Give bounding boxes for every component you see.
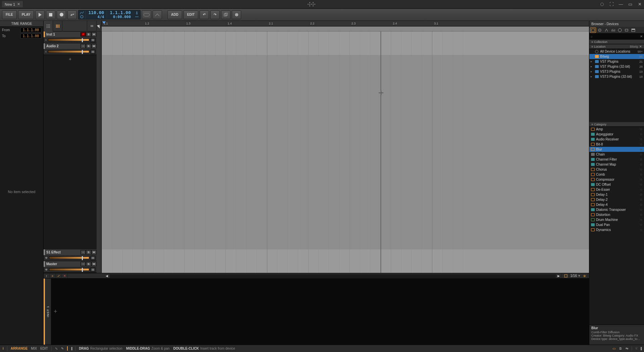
to-value[interactable]: 1.1.1.00 <box>20 34 41 39</box>
scroll-right[interactable]: ▶ <box>556 273 562 279</box>
location-row[interactable]: All Device Locations99+ <box>589 49 644 54</box>
play-button[interactable] <box>35 10 45 19</box>
sb-icon-4[interactable]: ||| <box>71 347 72 350</box>
category-row[interactable]: DC Offset☆ <box>589 182 644 187</box>
info-icon[interactable]: i <box>3 347 4 350</box>
position-bars[interactable]: 1.1.1.00 <box>110 10 131 15</box>
browser-tab-samples[interactable] <box>603 27 609 33</box>
zoom-toggle[interactable]: ⊕ <box>582 273 588 279</box>
category-row[interactable]: Blur★ <box>589 147 644 152</box>
volume-slider[interactable] <box>48 39 89 41</box>
project-tab[interactable]: New 1 ✕ <box>2 1 23 7</box>
category-row[interactable]: Drum Machine☆ <box>589 217 644 222</box>
arranger-view-toggle[interactable] <box>53 21 62 32</box>
sb-r-4[interactable]: ☟ <box>635 347 637 350</box>
location-row[interactable]: ▸VST3 Plugins19 <box>589 69 644 74</box>
location-row[interactable]: ▸VST Plugins21 <box>589 59 644 64</box>
browser-tab-clips[interactable] <box>617 27 623 33</box>
footer-btn-2[interactable]: ≡ <box>50 273 56 279</box>
solo-button[interactable]: S <box>86 262 91 266</box>
mute-button[interactable]: M <box>91 44 97 48</box>
category-row[interactable]: Comb☆ <box>589 172 644 177</box>
category-row[interactable]: Delay-4☆ <box>589 202 644 207</box>
automation-write-button[interactable]: aʷ <box>67 10 77 19</box>
timeline-ruler[interactable]: 1.11.21.31.42.12.22.32.43.1 <box>102 21 589 26</box>
position-time[interactable]: 0:00.000 <box>110 15 131 19</box>
play-label-button[interactable]: PLAY <box>18 10 34 19</box>
volume-slider[interactable] <box>49 256 89 259</box>
timesig-value[interactable]: 4/4 <box>88 15 104 19</box>
track-header[interactable]: S1 Effect ○ S M ♚ <box>44 249 97 261</box>
pointer-tool[interactable] <box>97 21 101 32</box>
scroll-left[interactable]: ◀ <box>104 273 110 279</box>
clip-launcher-toggle[interactable] <box>44 21 53 32</box>
category-row[interactable]: Compressor☆ <box>589 177 644 182</box>
collection-header[interactable]: ≡Collection <box>589 40 644 44</box>
category-row[interactable]: Audio Receiver☆ <box>589 137 644 142</box>
fullscreen-icon[interactable]: ⛶ <box>609 2 614 7</box>
category-row[interactable]: Dynamics☆ <box>589 227 644 232</box>
sb-icon-2[interactable]: ✎ <box>61 347 64 350</box>
sb-icon-1[interactable]: ⤡ <box>55 347 58 350</box>
sb-r-3[interactable]: ⇆ <box>626 347 628 350</box>
footer-btn-3[interactable]: ⤢ <box>56 273 62 279</box>
add-device-button[interactable]: + <box>54 308 57 315</box>
duplicate-button[interactable] <box>221 10 230 19</box>
sb-r-5[interactable]: ||| <box>641 347 641 350</box>
stop-button[interactable] <box>46 10 55 19</box>
arranger-grid[interactable] <box>102 32 589 273</box>
solo-button[interactable]: S <box>86 250 91 254</box>
mix-view[interactable]: MIX <box>31 347 37 350</box>
snap-toggle[interactable] <box>563 273 569 279</box>
track-menu[interactable] <box>91 38 95 42</box>
location-row[interactable]: Bitwig85 <box>589 54 644 59</box>
mute-button[interactable]: M <box>91 250 97 254</box>
category-row[interactable]: Arpeggiator☆ <box>589 132 644 137</box>
track-options[interactable] <box>87 21 97 32</box>
browser-tab-presets[interactable] <box>597 27 603 33</box>
record-button[interactable] <box>57 10 66 19</box>
edit-button[interactable]: EDIT <box>183 10 199 19</box>
category-row[interactable]: Delay-1☆ <box>589 192 644 197</box>
volume-slider[interactable] <box>48 50 89 53</box>
track-header[interactable]: Master ○ S M ♚ <box>44 261 97 273</box>
sb-r-2[interactable]: 🗎 <box>619 347 622 350</box>
from-value[interactable]: 1.1.1.00 <box>20 27 41 33</box>
record-arm[interactable] <box>80 32 86 37</box>
close-window-icon[interactable]: ✕ <box>637 2 642 7</box>
solo-button[interactable]: S <box>86 44 91 48</box>
location-row[interactable]: ▸VST3 Plugins (32-bit)18 <box>589 74 644 79</box>
redo-button[interactable]: ↷ <box>210 10 220 19</box>
arrange-view[interactable]: ARRANGE <box>11 347 28 350</box>
location-header[interactable]: ≡LocationBitwig✕ <box>589 44 644 49</box>
minimize-icon[interactable]: — <box>619 2 623 7</box>
maximize-icon[interactable]: ▭ <box>628 2 633 7</box>
loop-button[interactable] <box>142 10 151 19</box>
category-row[interactable]: Chain☆ <box>589 152 644 157</box>
close-tab-icon[interactable]: ✕ <box>17 2 20 6</box>
tempo-value[interactable]: 110.00 <box>88 10 104 15</box>
category-row[interactable]: De-Esser☆ <box>589 187 644 192</box>
category-row[interactable]: Amp☆ <box>589 127 644 132</box>
h-scrollbar[interactable] <box>110 274 556 278</box>
file-button[interactable]: FILE <box>2 10 17 19</box>
browser-tab-files[interactable] <box>630 27 636 33</box>
track-menu[interactable] <box>91 50 95 54</box>
category-row[interactable]: Bit-8☆ <box>589 142 644 147</box>
undo-button[interactable]: ↶ <box>200 10 209 19</box>
category-row[interactable]: Chorus☆ <box>589 167 644 172</box>
category-row[interactable]: Channel Filter☆ <box>589 157 644 162</box>
track-menu[interactable] <box>91 256 95 260</box>
mute-button[interactable]: M <box>91 262 97 266</box>
category-header[interactable]: ≡Category <box>589 122 644 127</box>
track-header[interactable]: Inst 1 S M ≡ <box>44 32 97 43</box>
edit-view[interactable]: EDIT <box>40 347 48 350</box>
mute-button[interactable]: M <box>91 32 97 37</box>
sb-r-1[interactable]: ▭ <box>612 347 615 350</box>
category-row[interactable]: Diatonic Transposer☆ <box>589 207 644 212</box>
er-btn-4[interactable]: ✕ <box>62 273 68 279</box>
snap-value[interactable]: 1/16 <box>571 274 577 278</box>
footer-btn-1[interactable]: ↕ <box>44 273 50 279</box>
track-header[interactable]: Audio 2 ○ S M ≡ <box>44 43 97 55</box>
category-row[interactable]: Delay-2☆ <box>589 197 644 202</box>
